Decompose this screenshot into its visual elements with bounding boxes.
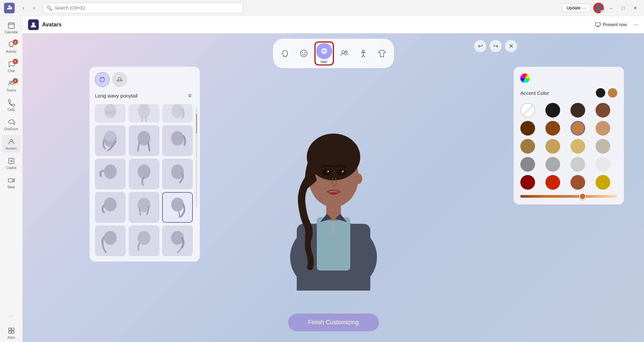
- color-gray1[interactable]: [520, 157, 535, 172]
- sidebar-item-calls-label: Calls: [7, 108, 15, 112]
- hair-item-14[interactable]: [129, 225, 159, 256]
- hair-filter-button[interactable]: ≡: [185, 91, 195, 100]
- color-red2[interactable]: [545, 175, 560, 190]
- sidebar-item-teams[interactable]: 2 Teams: [2, 77, 21, 95]
- sidebar-item-apps[interactable]: Apps: [2, 324, 21, 342]
- color-darkbrown2[interactable]: [520, 121, 535, 136]
- svg-point-54: [342, 171, 344, 172]
- hair-item-15[interactable]: [162, 225, 193, 256]
- toolbar-pose[interactable]: [277, 45, 293, 61]
- hair-item-8[interactable]: [129, 159, 159, 189]
- toolbar-face[interactable]: [296, 45, 312, 61]
- color-white[interactable]: [596, 157, 610, 172]
- sidebar-item-onedrive[interactable]: OneDrive: [2, 116, 21, 134]
- update-button[interactable]: Update ···: [562, 4, 591, 12]
- sidebar-item-chat[interactable]: 5 Chat: [2, 57, 21, 75]
- color-brown1[interactable]: [596, 103, 610, 118]
- hair-item-7[interactable]: [95, 159, 126, 189]
- color-gold1[interactable]: [520, 139, 535, 154]
- sidebar-item-activity[interactable]: 6 Activity: [2, 38, 21, 56]
- search-input[interactable]: [55, 5, 240, 10]
- selected-color-2[interactable]: [608, 88, 617, 98]
- forward-button[interactable]: ›: [29, 3, 39, 13]
- sidebar-item-activity-label: Activity: [6, 50, 17, 53]
- selected-color-1[interactable]: [596, 88, 605, 98]
- color-none[interactable]: [520, 103, 535, 118]
- color-darkbrown1[interactable]: [570, 103, 585, 118]
- hair-button[interactable]: [316, 43, 332, 59]
- hair-item-2[interactable]: [129, 104, 159, 123]
- maximize-button[interactable]: □: [619, 3, 628, 13]
- toolbar-groups[interactable]: [337, 45, 353, 61]
- svg-point-20: [362, 50, 364, 52]
- sidebar-item-calendar[interactable]: Calendar: [2, 19, 21, 37]
- hair-item-5[interactable]: [129, 125, 159, 156]
- color-tan[interactable]: [596, 121, 610, 136]
- update-dots: ···: [583, 5, 586, 10]
- hair-scroll-thumb[interactable]: [196, 114, 197, 134]
- svg-point-13: [300, 50, 307, 57]
- hair-item-11[interactable]: [129, 192, 159, 223]
- color-gray2[interactable]: [545, 157, 560, 172]
- chat-badge: 5: [13, 59, 18, 64]
- outfit-button[interactable]: [374, 45, 390, 61]
- color-grid: [520, 103, 617, 190]
- face-button[interactable]: [296, 45, 312, 61]
- hair-item-6[interactable]: [162, 125, 193, 156]
- sidebar-item-meet[interactable]: Meet: [2, 174, 21, 192]
- pose-button[interactable]: [277, 45, 293, 61]
- hair-tab-hair[interactable]: [95, 72, 110, 87]
- color-olive[interactable]: [596, 175, 610, 190]
- user-avatar-button[interactable]: 👤: [593, 3, 604, 13]
- body-button[interactable]: [355, 45, 371, 61]
- hair-scroll-track[interactable]: [196, 107, 197, 207]
- sidebar-item-avatars[interactable]: Avatars: [2, 135, 21, 153]
- present-now-button[interactable]: Present now: [592, 21, 630, 29]
- color-caramel[interactable]: [570, 121, 585, 136]
- color-auburn[interactable]: [570, 175, 585, 190]
- color-slider[interactable]: [520, 195, 617, 198]
- color-red1[interactable]: [520, 175, 535, 190]
- search-bar[interactable]: 🔍: [43, 3, 243, 13]
- sidebar-item-copilot[interactable]: Copilot: [2, 154, 21, 172]
- redo-button[interactable]: ↪: [490, 40, 502, 52]
- undo-button[interactable]: ↩: [474, 40, 486, 52]
- svg-point-18: [342, 51, 345, 53]
- close-editor-button[interactable]: ✕: [505, 40, 517, 52]
- color-blonde1[interactable]: [570, 139, 585, 154]
- color-brown2[interactable]: [545, 121, 560, 136]
- hair-tab-hat[interactable]: [112, 72, 127, 87]
- sidebar-item-calendar-label: Calendar: [4, 30, 18, 34]
- toolbar-body[interactable]: [355, 45, 371, 61]
- hair-item-4[interactable]: [95, 125, 126, 156]
- toolbar-hair-selected[interactable]: Hair: [314, 41, 334, 65]
- hair-item-13[interactable]: [95, 225, 126, 256]
- groups-button[interactable]: [337, 45, 353, 61]
- page-title: Avatars: [42, 22, 61, 28]
- svg-rect-41: [317, 217, 350, 271]
- hair-item-3[interactable]: [162, 104, 193, 123]
- svg-point-52: [341, 170, 344, 174]
- finish-customizing-button[interactable]: Finish Customizing: [288, 314, 379, 331]
- sub-header: Avatars Present now ···: [23, 16, 644, 33]
- sidebar-item-calls[interactable]: Calls: [2, 96, 21, 114]
- minimize-button[interactable]: –: [607, 3, 616, 13]
- hair-panel-header: Long wavy ponytail ≡: [95, 91, 195, 100]
- sidebar-item-more[interactable]: ···: [2, 309, 21, 323]
- hair-item-1[interactable]: [95, 104, 126, 123]
- svg-point-29: [171, 131, 184, 145]
- onedrive-icon: [7, 118, 15, 126]
- toolbar-outfit[interactable]: [374, 45, 390, 61]
- color-silver1[interactable]: [596, 139, 610, 154]
- hair-item-9[interactable]: [162, 159, 193, 189]
- update-label: Update: [566, 5, 581, 10]
- page-more-button[interactable]: ···: [634, 22, 639, 28]
- hair-item-10[interactable]: [95, 192, 126, 223]
- close-button[interactable]: ✕: [631, 3, 640, 13]
- color-black[interactable]: [545, 103, 560, 118]
- svg-rect-6: [9, 328, 11, 330]
- color-silver2[interactable]: [570, 157, 585, 172]
- back-button[interactable]: ‹: [19, 3, 28, 13]
- hair-item-12-selected[interactable]: [162, 192, 193, 223]
- color-gold2[interactable]: [545, 139, 560, 154]
